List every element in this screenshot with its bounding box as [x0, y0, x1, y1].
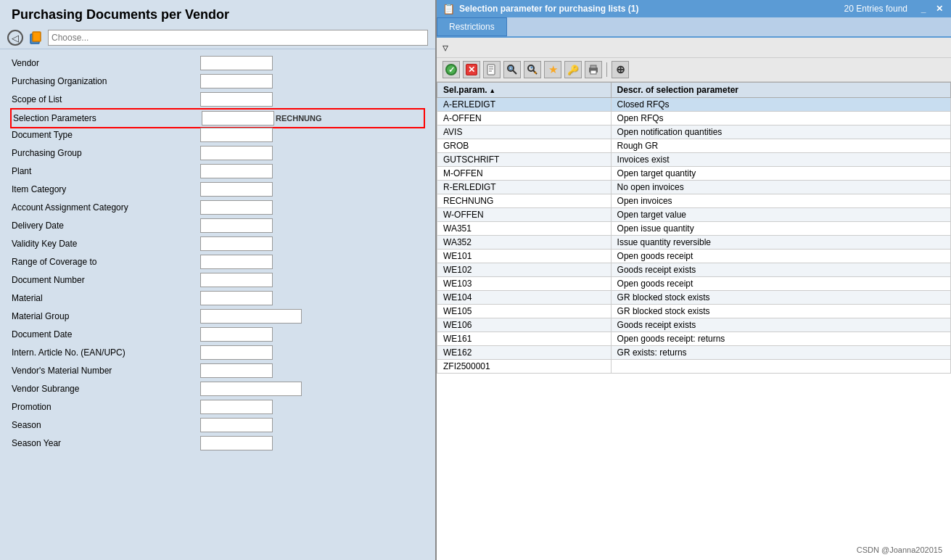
- form-input[interactable]: [200, 291, 273, 305]
- find-btn[interactable]: [503, 61, 521, 78]
- table-row[interactable]: AVISOpen notification quantities: [437, 125, 951, 139]
- form-input[interactable]: [200, 200, 273, 215]
- form-label: Material: [12, 293, 200, 303]
- form-label: Validity Key Date: [12, 239, 200, 249]
- copy-icon[interactable]: [28, 30, 44, 46]
- form-input[interactable]: [202, 111, 274, 125]
- table-row[interactable]: ZFI2500001: [437, 360, 951, 374]
- form-row: Intern. Article No. (EAN/UPC): [12, 345, 424, 361]
- form-input[interactable]: [200, 218, 273, 233]
- form-row: Document Date: [12, 326, 424, 342]
- form-input[interactable]: [200, 309, 302, 324]
- form-input[interactable]: [200, 382, 302, 396]
- svg-text:+: +: [534, 70, 537, 75]
- form-label: Item Category: [12, 184, 200, 194]
- table-cell-description: Open invoices: [611, 194, 950, 208]
- right-panel: 📋 Selection parameter for purchasing lis…: [435, 0, 951, 560]
- table-cell-description: Rough GR: [611, 139, 950, 153]
- form-input[interactable]: [200, 74, 273, 88]
- form-input[interactable]: [200, 164, 273, 178]
- form-input[interactable]: [200, 56, 273, 70]
- col-header-description[interactable]: Descr. of selection parameter: [611, 83, 950, 98]
- form-input[interactable]: [200, 92, 273, 107]
- table-cell-sel_param: W-OFFEN: [437, 208, 612, 222]
- table-cell-sel_param: ZFI2500001: [437, 360, 612, 374]
- star-btn[interactable]: ★: [544, 61, 561, 78]
- table-row[interactable]: GROBRough GR: [437, 139, 951, 153]
- svg-point-8: [509, 67, 512, 70]
- table-cell-description: Closed RFQs: [611, 98, 950, 112]
- table-cell-sel_param: A-OFFEN: [437, 112, 612, 125]
- left-panel: Purchasing Documents per Vendor ◁ Vendor…: [0, 0, 435, 560]
- form-input[interactable]: [200, 128, 273, 142]
- form-input[interactable]: [200, 345, 273, 360]
- tabs-row: Restrictions: [437, 17, 951, 38]
- table-row[interactable]: M-OFFENOpen target quantity: [437, 167, 951, 181]
- table-cell-sel_param: WE103: [437, 277, 612, 291]
- table-row[interactable]: GUTSCHRIFTInvoices exist: [437, 153, 951, 167]
- form-row: Account Assignment Category: [12, 199, 424, 215]
- form-row: Purchasing Organization: [12, 73, 424, 89]
- table-cell-sel_param: AVIS: [437, 125, 612, 139]
- form-row: Material: [12, 290, 424, 306]
- back-icon[interactable]: ◁: [7, 30, 23, 46]
- table-row[interactable]: WE104GR blocked stock exists: [437, 291, 951, 305]
- minimize-icon[interactable]: _: [918, 3, 929, 15]
- table-cell-sel_param: WA352: [437, 236, 612, 250]
- form-input[interactable]: [200, 436, 273, 450]
- table-row[interactable]: WE102Goods receipt exists: [437, 263, 951, 277]
- new-btn[interactable]: [483, 61, 501, 78]
- table-row[interactable]: WE101Open goods receipt: [437, 250, 951, 263]
- table-row[interactable]: WE161Open goods receipt: returns: [437, 332, 951, 346]
- form-input[interactable]: [200, 363, 273, 378]
- form-input[interactable]: [200, 255, 273, 269]
- table-row[interactable]: WE162GR exists: returns: [437, 346, 951, 360]
- table-area[interactable]: Sel.param.Descr. of selection parameter …: [437, 82, 951, 560]
- form-input[interactable]: [200, 400, 273, 414]
- find-all-btn[interactable]: +: [524, 61, 541, 78]
- table-cell-description: Open goods receipt: [611, 250, 950, 263]
- table-row[interactable]: RECHNUNGOpen invoices: [437, 194, 951, 208]
- table-row[interactable]: WA351Open issue quantity: [437, 222, 951, 236]
- table-row[interactable]: A-ERLEDIGTClosed RFQs: [437, 98, 951, 112]
- form-label: Range of Coverage to: [12, 257, 200, 267]
- table-cell-description: Open goods receipt: [611, 277, 950, 291]
- key-btn[interactable]: 🔑: [564, 61, 582, 78]
- table-row[interactable]: WE105GR blocked stock exists: [437, 305, 951, 318]
- print-btn[interactable]: [585, 61, 602, 78]
- close-icon[interactable]: ✕: [934, 3, 945, 15]
- form-input[interactable]: [200, 146, 273, 160]
- table-row[interactable]: WA352Issue quantity reversible: [437, 236, 951, 250]
- form-row: Vendor: [12, 55, 424, 71]
- table-row[interactable]: A-OFFENOpen RFQs: [437, 112, 951, 125]
- table-cell-description: Goods receipt exists: [611, 263, 950, 277]
- right-titlebar-title: Selection parameter for purchasing lists…: [459, 4, 840, 14]
- form-label: Material Group: [12, 311, 200, 321]
- cancel-btn[interactable]: ✕: [463, 61, 480, 78]
- form-input[interactable]: [200, 418, 273, 432]
- form-label: Plant: [12, 166, 200, 176]
- table-row[interactable]: WE106Goods receipt exists: [437, 318, 951, 332]
- form-label: Scope of List: [12, 94, 200, 104]
- check-btn[interactable]: ✓: [442, 61, 460, 78]
- form-input[interactable]: [200, 182, 273, 197]
- form-row: Promotion: [12, 399, 424, 415]
- form-label: Vendor's Material Number: [12, 366, 200, 376]
- form-input[interactable]: [200, 236, 273, 251]
- col-header-sel_param[interactable]: Sel.param.: [437, 83, 612, 98]
- svg-point-6: [508, 65, 514, 71]
- form-input[interactable]: [200, 327, 273, 342]
- entries-found: 20 Entries found: [844, 4, 907, 14]
- choose-input[interactable]: [48, 30, 428, 46]
- table-cell-description: GR exists: returns: [611, 346, 950, 360]
- form-row: Material Group: [12, 308, 424, 324]
- table-row[interactable]: R-ERLEDIGTNo open invoices: [437, 181, 951, 194]
- insert-btn[interactable]: ⊕: [612, 61, 629, 78]
- table-cell-description: GR blocked stock exists: [611, 305, 950, 318]
- table-row[interactable]: WE103Open goods receipt: [437, 277, 951, 291]
- form-label: Vendor: [12, 58, 200, 68]
- tab-restrictions[interactable]: Restrictions: [437, 17, 507, 36]
- form-label: Document Date: [12, 329, 200, 339]
- table-row[interactable]: W-OFFENOpen target value: [437, 208, 951, 222]
- form-input[interactable]: [200, 273, 273, 287]
